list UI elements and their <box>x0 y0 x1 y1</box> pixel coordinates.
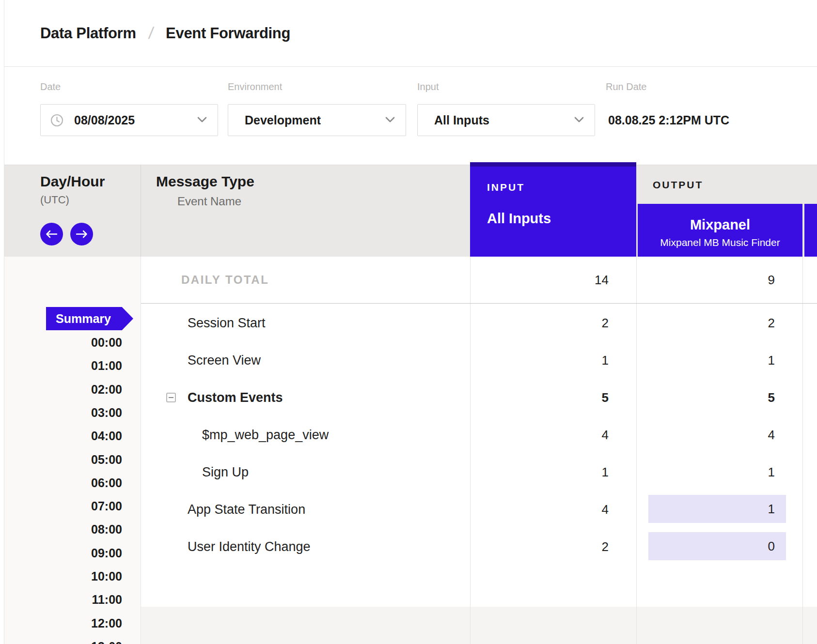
table-footer-area <box>141 607 817 644</box>
collapse-minus-icon[interactable] <box>166 393 176 402</box>
environment-filter-value: Development <box>245 113 321 127</box>
hour-label[interactable]: 01:00 <box>4 357 122 374</box>
hour-label[interactable]: 10:00 <box>4 568 122 584</box>
input-count: 2 <box>602 315 609 330</box>
date-filter-select[interactable]: 08/08/2025 <box>40 104 218 136</box>
next-output-column-partial <box>804 204 817 257</box>
clock-icon <box>50 114 63 127</box>
event-name-subtitle: Event Name <box>177 195 241 208</box>
daily-total-output-count: 9 <box>768 273 775 288</box>
event-forwarding-page: Data Platform / Event Forwarding Date 08… <box>0 0 817 644</box>
hour-label[interactable]: 00:00 <box>4 334 122 351</box>
table-row-custom-events: Custom Events 5 5 <box>141 379 817 416</box>
output-count: 5 <box>768 390 775 405</box>
daily-total-input-count: 14 <box>595 273 609 288</box>
input-count: 2 <box>602 539 609 554</box>
output-count: 0 <box>768 539 775 554</box>
input-count: 4 <box>602 502 609 517</box>
event-type-label: Session Start <box>188 315 266 330</box>
run-date-value: 08.08.25 2:12PM UTC <box>608 113 729 127</box>
hour-label[interactable]: 06:00 <box>4 475 122 491</box>
next-day-button[interactable] <box>70 223 93 245</box>
arrow-right-icon <box>76 230 88 238</box>
run-date-label: Run Date <box>606 81 647 92</box>
summary-row-selector[interactable]: Summary <box>46 307 133 330</box>
input-count: 5 <box>602 390 609 405</box>
table-row: Session Start 2 2 <box>141 304 817 341</box>
breadcrumb: Data Platform / Event Forwarding <box>4 0 817 67</box>
event-type-label: App State Transition <box>188 502 305 517</box>
table-row: App State Transition 4 1 <box>141 491 817 528</box>
output-name: Mixpanel <box>638 217 802 233</box>
day-hour-column-title: Day/Hour <box>40 173 105 190</box>
output-count-highlighted-cell[interactable]: 1 <box>648 495 786 523</box>
event-type-label: User Identity Change <box>188 539 311 554</box>
hour-label[interactable]: 09:00 <box>4 545 122 561</box>
input-count: 1 <box>602 464 609 479</box>
arrow-left-icon <box>46 230 58 238</box>
event-name-label: Sign Up <box>202 464 249 479</box>
output-count: 4 <box>768 427 775 442</box>
day-hour-timezone: (UTC) <box>40 194 69 206</box>
chevron-down-icon <box>197 116 207 124</box>
hour-label[interactable]: 08:00 <box>4 521 122 537</box>
table-row: $mp_web_page_view 4 4 <box>141 416 817 453</box>
chevron-down-icon <box>574 116 584 124</box>
hour-label[interactable]: 11:00 <box>4 591 122 608</box>
table-row: User Identity Change 2 0 <box>141 528 817 565</box>
event-type-label: Custom Events <box>188 390 283 405</box>
event-name-label: $mp_web_page_view <box>202 427 329 442</box>
hour-label[interactable]: 07:00 <box>4 498 122 514</box>
previous-day-button[interactable] <box>40 223 63 245</box>
hour-label[interactable]: 03:00 <box>4 404 122 421</box>
event-type-label: Screen View <box>188 353 261 368</box>
output-count: 1 <box>768 464 775 479</box>
output-count-highlighted-cell[interactable]: 0 <box>648 532 786 560</box>
daily-total-label: DAILY TOTAL <box>181 273 269 287</box>
page-title: Event Forwarding <box>166 25 290 42</box>
hour-label[interactable]: 05:00 <box>4 451 122 468</box>
daily-total-row: DAILY TOTAL 14 9 <box>141 257 817 304</box>
hour-label[interactable]: 04:00 <box>4 428 122 444</box>
environment-filter-label: Environment <box>228 81 282 92</box>
output-header-label: OUTPUT <box>653 179 703 191</box>
table-row: Screen View 1 1 <box>141 341 817 379</box>
hour-label[interactable]: 02:00 <box>4 381 122 398</box>
output-count: 2 <box>768 315 775 330</box>
input-column-header[interactable]: INPUT All Inputs <box>470 162 636 257</box>
summary-label: Summary <box>56 312 111 326</box>
breadcrumb-separator: / <box>147 24 155 43</box>
hour-label[interactable]: 12:00 <box>4 615 122 631</box>
output-count: 1 <box>768 353 775 368</box>
chevron-down-icon <box>385 116 395 124</box>
input-header-label: INPUT <box>487 182 525 193</box>
message-type-column-title: Message Type <box>156 173 254 190</box>
input-count: 4 <box>602 427 609 442</box>
output-column-header-mixpanel[interactable]: Mixpanel Mixpanel MB Music Finder <box>638 204 802 257</box>
table-row: Sign Up 1 1 <box>141 453 817 491</box>
output-count: 1 <box>768 502 775 517</box>
input-header-accent-strip <box>470 162 636 167</box>
output-subtitle: Mixpanel MB Music Finder <box>638 237 802 248</box>
breadcrumb-section[interactable]: Data Platform <box>40 25 136 42</box>
input-filter-select[interactable]: All Inputs <box>417 104 595 136</box>
date-filter-label: Date <box>40 81 61 92</box>
environment-filter-select[interactable]: Development <box>228 104 406 136</box>
input-header-value: All Inputs <box>487 211 551 227</box>
input-filter-label: Input <box>417 81 439 92</box>
input-count: 1 <box>602 353 609 368</box>
header-divider <box>141 165 141 257</box>
hour-label[interactable]: 13:00 <box>4 638 122 644</box>
date-filter-value: 08/08/2025 <box>74 113 135 127</box>
input-filter-value: All Inputs <box>434 113 489 127</box>
